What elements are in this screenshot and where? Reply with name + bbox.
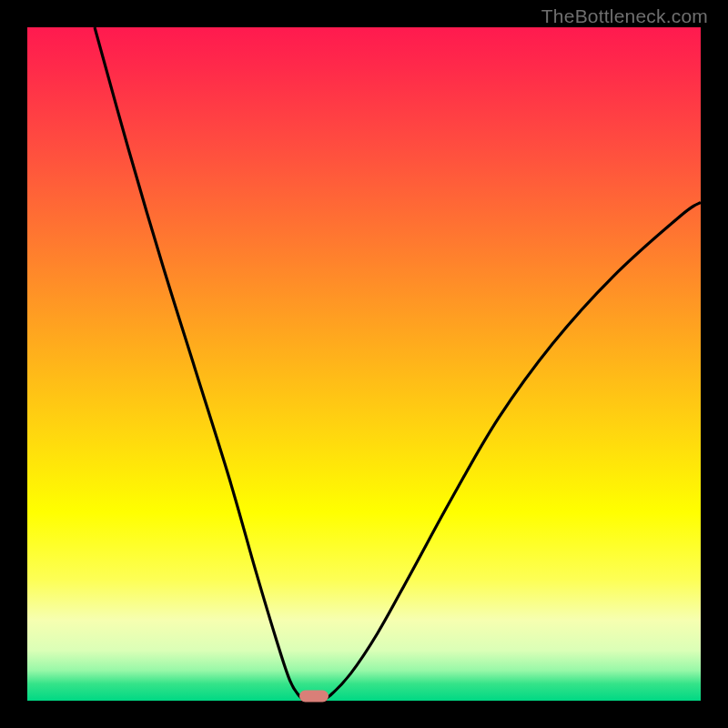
chart-curve-svg <box>27 27 701 701</box>
chart-frame: TheBottleneck.com <box>0 0 728 728</box>
curve-right-branch <box>320 202 701 701</box>
bottleneck-marker <box>299 691 329 703</box>
chart-plot-area <box>27 27 701 701</box>
watermark-text: TheBottleneck.com <box>541 5 708 27</box>
curve-left-branch <box>95 27 307 701</box>
